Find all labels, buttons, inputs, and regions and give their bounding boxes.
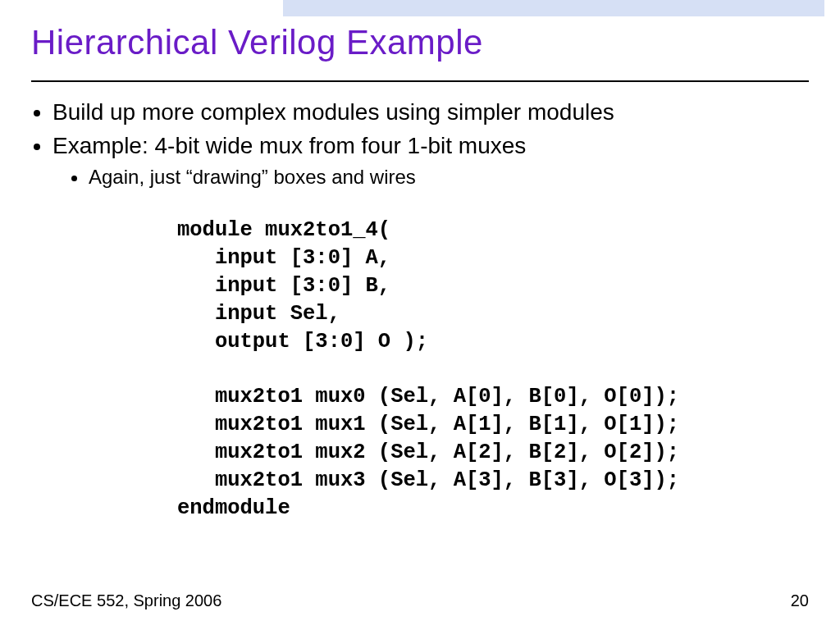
slide-body: Build up more complex modules using simp… — [31, 97, 809, 192]
bullet-list: Build up more complex modules using simp… — [31, 97, 809, 190]
sub-bullet-item: Again, just “drawing” boxes and wires — [89, 163, 809, 190]
bullet-item: Example: 4-bit wide mux from four 1-bit … — [52, 130, 809, 191]
code-block: module mux2to1_4( input [3:0] A, input [… — [177, 217, 679, 523]
footer-page-number: 20 — [791, 591, 809, 610]
sub-bullet-list: Again, just “drawing” boxes and wires — [52, 163, 809, 190]
title-underline — [31, 80, 809, 82]
slide: Hierarchical Verilog Example Build up mo… — [0, 0, 840, 630]
bullet-text: Example: 4-bit wide mux from four 1-bit … — [52, 133, 526, 158]
bullet-item: Build up more complex modules using simp… — [52, 97, 809, 129]
footer-course: CS/ECE 552, Spring 2006 — [31, 591, 221, 610]
slide-title: Hierarchical Verilog Example — [31, 23, 483, 62]
decorative-top-band — [283, 0, 824, 16]
